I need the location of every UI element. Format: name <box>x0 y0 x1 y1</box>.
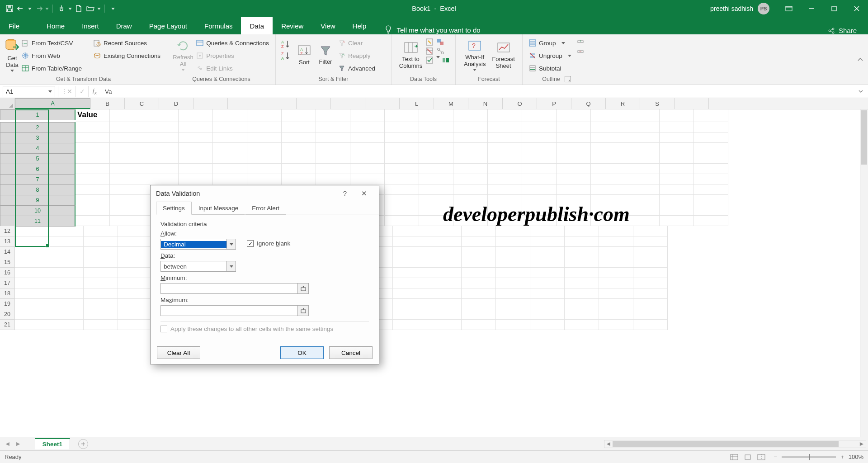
row-header[interactable]: 9 <box>0 195 75 206</box>
edit-links[interactable]: Edit Links <box>194 62 271 74</box>
enter-fx-icon[interactable]: ✓ <box>76 86 89 97</box>
expand-formula-bar-icon[interactable] <box>858 89 868 94</box>
cancel-button[interactable]: Cancel <box>329 346 373 359</box>
zoom-slider[interactable] <box>782 456 836 458</box>
user-account[interactable]: preethi sadhish PS <box>710 3 778 14</box>
redo-icon[interactable] <box>33 4 43 14</box>
dialog-help-icon[interactable]: ? <box>335 187 354 200</box>
zoom-out-icon[interactable]: − <box>774 454 778 460</box>
existing-connections[interactable]: Existing Connections <box>92 50 162 61</box>
group-rows[interactable]: Group <box>527 37 573 49</box>
collapse-ribbon-icon[interactable] <box>857 57 863 62</box>
save-icon[interactable] <box>5 4 14 14</box>
consolidate-icon[interactable] <box>436 38 445 46</box>
refresh-all-button[interactable]: Refresh All <box>172 36 194 73</box>
share-button[interactable]: Share <box>828 27 868 34</box>
horizontal-scrollbar[interactable]: ◄► <box>604 440 866 448</box>
sort-button[interactable]: AZ Sort <box>294 36 315 73</box>
relationships-icon[interactable] <box>436 47 445 55</box>
chevron-down-icon[interactable] <box>226 261 236 271</box>
filter-button[interactable]: Filter <box>315 36 336 73</box>
tab-view[interactable]: View <box>312 17 344 34</box>
row-header[interactable]: 20 <box>0 309 15 320</box>
tab-draw[interactable]: Draw <box>108 17 141 34</box>
tab-insert[interactable]: Insert <box>73 17 108 34</box>
tab-error-alert[interactable]: Error Alert <box>245 202 286 215</box>
row-header[interactable]: 8 <box>0 184 75 195</box>
new-sheet-icon[interactable]: + <box>78 439 88 449</box>
vertical-scrollbar[interactable] <box>860 109 868 437</box>
tab-page-layout[interactable]: Page Layout <box>141 17 196 34</box>
forecast-sheet-button[interactable]: Forecast Sheet <box>489 36 518 73</box>
close-icon[interactable] <box>845 0 868 17</box>
name-box[interactable]: A1 <box>3 86 55 97</box>
ribbon-display-icon[interactable] <box>778 0 800 17</box>
maximize-icon[interactable] <box>823 0 845 17</box>
row-header[interactable]: 6 <box>0 164 75 175</box>
minimum-input[interactable] <box>160 283 309 294</box>
spreadsheet-grid[interactable]: A B C D L M N O P Q R S 1Value2345678910… <box>0 98 868 437</box>
row-header[interactable]: 14 <box>0 247 15 257</box>
outline-dialog-launcher[interactable] <box>565 76 571 82</box>
data-select[interactable]: between <box>160 261 236 272</box>
what-if-button[interactable]: ? What-If Analysis <box>460 36 489 73</box>
from-table-range[interactable]: From Table/Range <box>20 62 84 74</box>
zoom-level[interactable]: 100% <box>849 454 863 460</box>
ignore-blank-checkbox[interactable]: Ignore blank <box>247 240 290 247</box>
tab-formulas[interactable]: Formulas <box>196 17 241 34</box>
flash-fill-icon[interactable] <box>425 38 434 46</box>
tab-file[interactable]: File <box>0 17 28 34</box>
tab-settings[interactable]: Settings <box>156 202 192 215</box>
tab-data[interactable]: Data <box>241 17 273 34</box>
advanced-filter[interactable]: Advanced <box>336 62 377 74</box>
sheet-tab[interactable]: Sheet1 <box>35 438 70 449</box>
row-header[interactable]: 13 <box>0 236 15 247</box>
touch-mode-icon[interactable] <box>57 4 66 14</box>
row-header[interactable]: 21 <box>0 320 15 330</box>
row-header[interactable]: 4 <box>0 143 75 154</box>
clear-all-button[interactable]: Clear All <box>157 346 200 359</box>
tab-home[interactable]: Home <box>38 17 73 34</box>
tab-input-message[interactable]: Input Message <box>192 202 245 215</box>
minimize-icon[interactable] <box>800 0 823 17</box>
row-header[interactable]: 3 <box>0 132 75 143</box>
formula-value[interactable]: Va <box>101 88 112 95</box>
sort-asc-icon[interactable]: AZ <box>280 39 291 49</box>
col-header[interactable]: A <box>15 98 90 109</box>
next-sheet-icon[interactable]: ► <box>15 440 21 447</box>
tab-help[interactable]: Help <box>344 17 375 34</box>
data-validation-icon[interactable] <box>425 56 434 64</box>
chevron-down-icon[interactable] <box>226 239 236 249</box>
dialog-close-icon[interactable]: ✕ <box>354 187 373 200</box>
ungroup-rows[interactable]: Ungroup <box>527 50 573 61</box>
open-file-icon[interactable] <box>85 4 95 14</box>
page-layout-view-icon[interactable] <box>741 453 754 462</box>
range-picker-icon[interactable] <box>297 283 308 293</box>
row-header[interactable]: 12 <box>0 226 15 236</box>
remove-duplicates-icon[interactable] <box>425 47 434 55</box>
tell-me[interactable]: Tell me what you want to do <box>375 25 480 34</box>
range-picker-icon[interactable] <box>297 306 308 316</box>
show-detail-icon[interactable]: + <box>577 38 584 45</box>
row-header[interactable]: 16 <box>0 268 15 278</box>
queries-connections[interactable]: Queries & Connections <box>194 37 271 49</box>
row-header[interactable]: 15 <box>0 257 15 268</box>
from-web[interactable]: From Web <box>20 50 84 61</box>
ok-button[interactable]: OK <box>280 346 324 359</box>
prev-sheet-icon[interactable]: ◄ <box>5 440 10 447</box>
row-header[interactable]: 19 <box>0 299 15 309</box>
recent-sources[interactable]: Recent Sources <box>92 37 162 49</box>
row-header[interactable]: 17 <box>0 278 15 288</box>
maximum-input[interactable] <box>160 305 309 316</box>
reapply-filter[interactable]: Reapply <box>336 50 377 61</box>
normal-view-icon[interactable] <box>728 453 741 462</box>
cell-A1[interactable]: Value <box>75 109 110 122</box>
cancel-fx-icon[interactable]: ✕ <box>63 86 76 97</box>
page-break-view-icon[interactable] <box>755 453 768 462</box>
get-data-button[interactable]: Get Data <box>5 36 20 73</box>
clear-filter[interactable]: Clear <box>336 37 377 49</box>
row-header[interactable]: 18 <box>0 288 15 299</box>
row-header[interactable]: 2 <box>0 122 75 133</box>
new-file-icon[interactable] <box>74 4 84 14</box>
hide-detail-icon[interactable]: − <box>577 48 584 55</box>
